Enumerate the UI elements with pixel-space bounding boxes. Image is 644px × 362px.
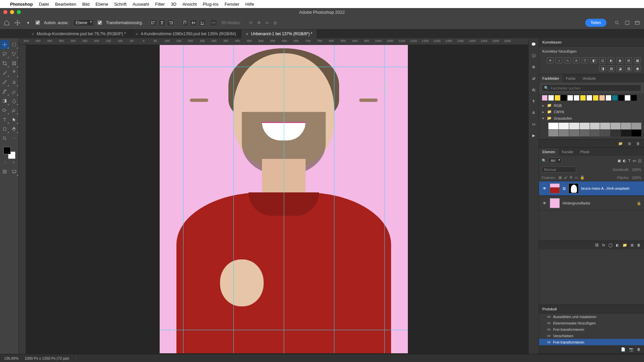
screen-mode-button[interactable] <box>10 167 18 176</box>
layer-filter-kind-dropdown[interactable]: Art <box>548 158 562 164</box>
app-name[interactable]: Photoshop <box>10 2 33 7</box>
layer-thumbnail[interactable] <box>550 198 560 208</box>
menu-ebene[interactable]: Ebene <box>96 2 108 7</box>
gradient-map-icon[interactable]: ▥ <box>625 65 632 71</box>
document-tab[interactable]: × Mockup-Kundenstimme.psd bei 79,7% (RGB… <box>27 29 131 38</box>
properties-panel-icon[interactable]: ⚙ <box>530 64 537 70</box>
layer-name[interactable]: Hintergrundfarbe <box>562 201 590 205</box>
swatches-search[interactable]: 🔍 <box>542 84 641 92</box>
brightness-contrast-icon[interactable]: ☀ <box>547 57 553 63</box>
panel-title[interactable]: Protokoll <box>539 305 644 313</box>
menu-plugins[interactable]: Plug-ins <box>203 2 219 7</box>
history-entry[interactable]: ▭Verschieben <box>539 333 644 339</box>
home-icon[interactable] <box>3 19 10 26</box>
close-icon[interactable]: × <box>32 32 34 37</box>
history-entry[interactable]: ▭Ebenenmaske hinzufügen <box>539 320 644 326</box>
swatch[interactable] <box>621 123 631 129</box>
menu-datei[interactable]: Datei <box>39 2 49 7</box>
delete-layer-icon[interactable]: 🗑 <box>637 243 641 247</box>
swatch[interactable] <box>631 123 641 129</box>
document-tab[interactable]: × Unbenannt-1 bei 137% (RGB/8*) * <box>241 29 317 38</box>
mask-link-icon[interactable]: ⛓ <box>562 187 566 190</box>
zoom-level[interactable]: 136,89% <box>4 356 18 360</box>
lasso-tool[interactable] <box>0 50 9 58</box>
frame-tool[interactable] <box>10 59 18 68</box>
menu-bearbeiten[interactable]: Bearbeiten <box>55 2 76 7</box>
color-balance-icon[interactable]: ⚖ <box>599 57 606 63</box>
lock-pixels-icon[interactable]: 🖌 <box>564 175 568 180</box>
swatch[interactable] <box>559 130 569 136</box>
hand-tool[interactable] <box>10 125 18 133</box>
canvas-area[interactable]: 5004504003503002502001501005005010015020… <box>19 38 528 354</box>
history-entry[interactable]: ▭Frei transformieren <box>539 326 644 333</box>
window-close-button[interactable] <box>3 10 7 14</box>
swatches-new-icon[interactable]: ⊞ <box>627 141 632 146</box>
swatch[interactable] <box>625 95 631 101</box>
swatch[interactable] <box>618 95 624 101</box>
workspace-switcher-icon[interactable] <box>634 19 641 26</box>
swatch[interactable] <box>548 95 554 101</box>
clone-stamp-tool[interactable] <box>10 78 18 86</box>
photo-filter-icon[interactable]: ◉ <box>616 57 623 63</box>
lock-transparency-icon[interactable]: ▦ <box>558 175 562 180</box>
history-entry[interactable]: ▭Auswählen und maskieren <box>539 313 644 320</box>
invert-icon[interactable]: ◨ <box>599 65 606 71</box>
pen-tool[interactable] <box>10 106 18 115</box>
mac-menu-bar[interactable]: Photoshop Datei Bearbeiten Bild Ebene Sc… <box>0 0 644 8</box>
share-button[interactable]: Teilen <box>585 19 606 27</box>
paragraph-panel-icon[interactable]: ¶ <box>530 98 537 105</box>
swatch[interactable] <box>610 130 621 136</box>
swatch[interactable] <box>605 95 611 101</box>
swatch[interactable] <box>561 95 567 101</box>
swatch[interactable] <box>586 95 592 101</box>
libraries-panel-icon[interactable]: ▭ <box>530 121 537 127</box>
swatches-folder-new-icon[interactable]: 📁 <box>618 141 623 146</box>
swatch[interactable] <box>567 95 573 101</box>
close-icon[interactable]: × <box>246 32 249 37</box>
swatch[interactable] <box>600 123 610 129</box>
align-top-button[interactable] <box>181 19 189 26</box>
healing-brush-tool[interactable] <box>10 68 18 77</box>
layer-mask-icon[interactable]: ◯ <box>608 243 612 247</box>
blur-tool[interactable] <box>10 97 18 105</box>
horizontal-ruler[interactable]: 5004504003503002502001501005005010015020… <box>26 38 528 45</box>
hue-sat-icon[interactable]: ◧ <box>590 57 597 63</box>
history-entry[interactable]: ▭Frei transformieren <box>539 339 644 345</box>
eraser-tool[interactable] <box>10 87 18 96</box>
artboard-tool[interactable] <box>10 40 18 49</box>
new-layer-icon[interactable]: ⊞ <box>631 243 634 247</box>
swatch[interactable] <box>599 95 605 101</box>
posterize-icon[interactable]: ▤ <box>608 65 614 71</box>
history-snapshot-icon[interactable]: 📷 <box>629 347 634 352</box>
swatch[interactable] <box>610 123 621 129</box>
menu-bild[interactable]: Bild <box>82 2 90 7</box>
swatch[interactable] <box>621 130 631 136</box>
swatch[interactable] <box>580 95 586 101</box>
transform-controls-checkbox[interactable] <box>98 20 102 25</box>
frame-icon[interactable] <box>624 19 631 26</box>
lock-artboard-icon[interactable]: ▭ <box>575 175 578 180</box>
levels-icon[interactable]: ⫞ <box>555 57 562 63</box>
guide-vertical[interactable] <box>233 45 234 353</box>
lock-position-icon[interactable]: ✥ <box>570 175 573 180</box>
guide-horizontal[interactable] <box>160 67 408 67</box>
auto-select-checkbox[interactable] <box>36 20 40 25</box>
swatch[interactable] <box>574 95 580 101</box>
menu-schrift[interactable]: Schrift <box>114 2 126 7</box>
tab-verlaeufe[interactable]: Verläufe <box>579 74 599 82</box>
move-tool-icon[interactable] <box>14 19 21 26</box>
swatches-search-input[interactable] <box>551 86 639 90</box>
swatches-folder-gray[interactable]: ▾📂Graustufen <box>539 115 644 121</box>
vibrance-icon[interactable]: ▽ <box>582 57 588 63</box>
curves-icon[interactable]: ∿ <box>564 57 571 63</box>
swatch[interactable] <box>631 95 637 101</box>
layer-row[interactable]: 👁 ⛓ bruce-mars-A...Hn4-unsplash <box>539 181 644 196</box>
tab-farbfelder[interactable]: Farbfelder <box>539 74 562 82</box>
swatch[interactable] <box>554 95 560 101</box>
menu-auswahl[interactable]: Auswahl <box>132 2 149 7</box>
comments-panel-icon[interactable]: 💬 <box>530 41 537 48</box>
distribute-more-button[interactable]: ⋯ <box>210 19 217 26</box>
opacity-value[interactable]: 100% <box>632 168 641 172</box>
menu-hilfe[interactable]: Hilfe <box>246 2 254 7</box>
adjustments-panel-icon[interactable]: ⇄ <box>530 75 537 82</box>
